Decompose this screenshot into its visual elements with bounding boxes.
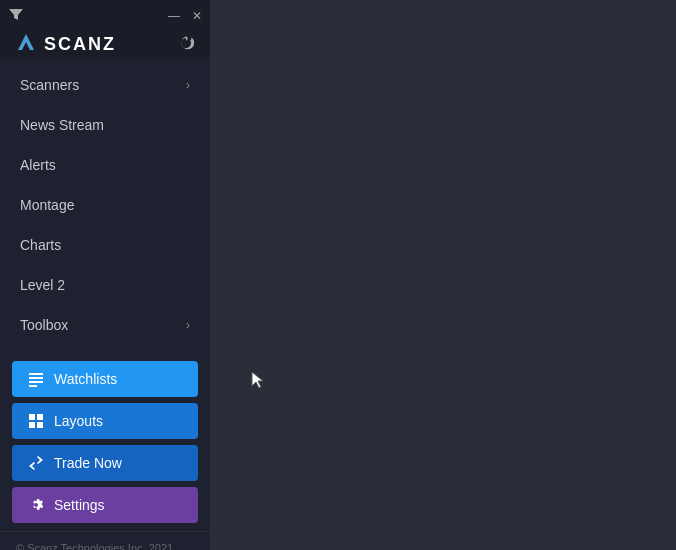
settings-button[interactable]: Settings	[12, 487, 198, 523]
nav-label-charts: Charts	[20, 237, 61, 253]
bottom-buttons: Watchlists Layouts Tra	[0, 353, 210, 531]
trade-icon	[28, 455, 44, 471]
svg-rect-4	[29, 381, 43, 383]
trade-now-label: Trade Now	[54, 455, 122, 471]
nav-label-scanners: Scanners	[20, 77, 79, 93]
settings-icon	[28, 497, 44, 513]
sidebar: — ✕ SCANZ	[0, 0, 210, 550]
svg-rect-3	[29, 377, 43, 379]
filter-icon	[8, 7, 24, 26]
sidebar-footer: © Scanz Technologies Inc. 2021	[0, 531, 210, 550]
nav-item-montage[interactable]: Montage	[0, 185, 210, 225]
chevron-right-icon-toolbox: ›	[186, 318, 190, 332]
nav-list: Scanners › News Stream Alerts Montage Ch…	[0, 57, 210, 353]
svg-rect-6	[29, 414, 35, 420]
chevron-right-icon: ›	[186, 78, 190, 92]
logo-area: SCANZ	[0, 32, 210, 57]
app-window: — ✕ SCANZ	[0, 0, 676, 550]
cursor-indicator	[250, 370, 266, 390]
settings-label: Settings	[54, 497, 105, 513]
watchlists-icon	[28, 371, 44, 387]
title-bar-left	[8, 7, 24, 26]
title-bar: — ✕	[0, 0, 210, 32]
trade-now-button[interactable]: Trade Now	[12, 445, 198, 481]
svg-rect-8	[29, 422, 35, 428]
nav-label-level2: Level 2	[20, 277, 65, 293]
svg-rect-2	[29, 373, 43, 375]
main-area: — ✕ SCANZ	[0, 0, 676, 550]
nav-item-charts[interactable]: Charts	[0, 225, 210, 265]
nav-item-level2[interactable]: Level 2	[0, 265, 210, 305]
minimize-button[interactable]: —	[168, 10, 180, 22]
footer-text: © Scanz Technologies Inc. 2021	[16, 542, 173, 550]
nav-label-alerts: Alerts	[20, 157, 56, 173]
title-bar-controls: — ✕	[168, 10, 202, 22]
svg-rect-5	[29, 385, 37, 387]
nav-item-toolbox[interactable]: Toolbox ›	[0, 305, 210, 345]
nav-item-scanners[interactable]: Scanners ›	[0, 65, 210, 105]
right-panel	[210, 0, 676, 550]
svg-rect-9	[37, 422, 43, 428]
refresh-icon[interactable]	[178, 35, 194, 55]
svg-rect-7	[37, 414, 43, 420]
logo-text: SCANZ	[44, 34, 116, 55]
layouts-label: Layouts	[54, 413, 103, 429]
logo: SCANZ	[16, 32, 116, 57]
nav-item-alerts[interactable]: Alerts	[0, 145, 210, 185]
watchlists-button[interactable]: Watchlists	[12, 361, 198, 397]
nav-label-montage: Montage	[20, 197, 74, 213]
logo-icon	[16, 32, 36, 57]
nav-label-news-stream: News Stream	[20, 117, 104, 133]
watchlists-label: Watchlists	[54, 371, 117, 387]
close-button[interactable]: ✕	[192, 10, 202, 22]
nav-item-news-stream[interactable]: News Stream	[0, 105, 210, 145]
nav-label-toolbox: Toolbox	[20, 317, 68, 333]
layouts-button[interactable]: Layouts	[12, 403, 198, 439]
layouts-icon	[28, 413, 44, 429]
